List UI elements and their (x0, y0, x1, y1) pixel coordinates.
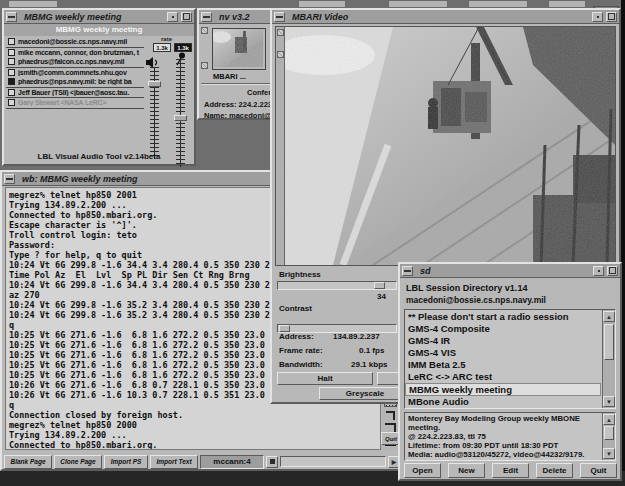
scroll-down-handle[interactable] (201, 62, 208, 69)
description-scrollbar[interactable]: ▲ ▼ (602, 413, 615, 460)
window-menu-button[interactable] (4, 174, 15, 184)
background-window-edge (8, 0, 58, 8)
vat-window: MBMG weekly meeting MBMG weekly meeting … (2, 8, 196, 166)
session-item[interactable]: IMM Beta 2.5 (405, 359, 601, 371)
window-menu-button[interactable] (402, 266, 413, 276)
brightness-slider-thumb[interactable] (374, 282, 385, 289)
mic-gain-slider-thumb[interactable] (174, 115, 187, 121)
brightness-slider[interactable] (277, 281, 397, 290)
participant-checkbox[interactable] (8, 38, 15, 45)
participant-row[interactable]: mike mccann, connor, don brutzman, t (6, 48, 144, 58)
blank-page-button[interactable]: Blank Page (4, 455, 52, 469)
video-thumbnail[interactable] (212, 28, 266, 70)
terminal-line: Connected to hp850.mbari.org. (9, 440, 380, 450)
contrast-slider-thumb[interactable] (279, 325, 290, 332)
participant-row[interactable]: phaedrus@nps.navy.mil: be right ba (6, 77, 144, 88)
scroll-up-handle[interactable] (201, 27, 208, 34)
scrollbar-thumb[interactable] (604, 426, 614, 440)
participant-row[interactable]: phaedrus@falcon.cc.nps.navy.mil (6, 57, 144, 68)
scroll-up-icon[interactable]: ▲ (603, 311, 615, 322)
edit-button[interactable]: Edit (492, 463, 529, 478)
session-item[interactable]: MBMG weekly meeting (405, 383, 601, 396)
iconify-button[interactable] (593, 266, 604, 276)
address-label: Address: (204, 100, 237, 109)
vat-titlebar[interactable]: MBMG weekly meeting (4, 10, 194, 24)
halt-aux-button[interactable] (377, 372, 399, 385)
window-menu-button[interactable] (6, 12, 17, 22)
description-line: @ 224.2.223.83, ttl 75 (408, 432, 602, 441)
wb-horizontal-scrollbar[interactable] (280, 456, 386, 467)
video-frame[interactable] (275, 26, 616, 266)
participant-row[interactable]: Jeff Bauer (TSII) <jbauer@aosc.tau. (6, 88, 144, 99)
session-directory-window: sd LBL Session Directory v1.14 macedoni@… (398, 262, 622, 481)
participant-row[interactable]: jsmith@comm.commnets.nhu.gov (6, 68, 144, 78)
video-panner-strip[interactable] (276, 27, 285, 265)
open-button[interactable]: Open (404, 463, 441, 478)
participant-checkbox[interactable] (8, 89, 15, 96)
rate-label: rate (161, 36, 172, 42)
session-description: Monterey Bay Modeling Group weekly MBONE… (408, 414, 602, 459)
sd-quit-button[interactable]: Quit (580, 463, 617, 478)
participant-checkbox[interactable] (8, 99, 15, 106)
session-item[interactable]: ** Please don't start a radio session (405, 311, 601, 323)
video-titlebar[interactable]: MBARI Video (272, 10, 619, 24)
participant-checkbox[interactable] (8, 69, 15, 76)
receive-rate-value: 1.3k (153, 43, 171, 52)
participant-checkbox[interactable] (8, 78, 15, 85)
sd-titlebar[interactable]: sd (400, 264, 620, 278)
participant-checkbox[interactable] (8, 58, 15, 65)
scroll-down-icon[interactable]: ▼ (603, 396, 615, 407)
background-window-edge (298, 0, 346, 8)
scrollbar-thumb[interactable] (604, 324, 614, 360)
stream-address-label: Address: (279, 332, 314, 341)
import-text-button[interactable]: Import Text (150, 455, 198, 469)
volume-slider[interactable] (150, 67, 159, 159)
framerate-value: 0.1 fps (359, 346, 384, 355)
framerate-label: Frame rate: (279, 346, 323, 355)
wb-button-bar: Blank Page Clone Page Import PS Import T… (4, 453, 400, 470)
mic-gain-slider[interactable] (176, 59, 185, 167)
import-ps-button[interactable]: Import PS (104, 455, 148, 469)
participant-row[interactable]: macedoni@bossie.cs.nps.navy.mil (6, 37, 144, 48)
sd-app-title: LBL Session Directory v1.14 (406, 283, 527, 293)
session-item[interactable]: LeRC <-> ARC test (405, 371, 601, 383)
sd-user-address: macedoni@bossie.cs.nps.navy.mil (406, 295, 546, 305)
iconify-button[interactable] (592, 12, 603, 22)
terminal-line: Trying 134.89.2.200 ... (9, 430, 380, 440)
maximize-button[interactable] (607, 266, 618, 276)
background-window-edge (468, 0, 528, 8)
delete-button[interactable]: Delete (536, 463, 573, 478)
session-item[interactable]: MBone Audio (405, 396, 601, 408)
iconify-button[interactable] (167, 12, 178, 22)
background-window-edge (548, 0, 586, 8)
participant-checkbox[interactable] (8, 49, 15, 56)
maximize-button[interactable] (181, 12, 192, 22)
session-list-scrollbar[interactable]: ▲ ▼ (602, 310, 615, 408)
clone-page-button[interactable]: Clone Page (54, 455, 102, 469)
new-button[interactable]: New (448, 463, 485, 478)
terminal-line: megrez% telnet hp850 2000 (9, 420, 380, 430)
participant-name: Jeff Bauer (TSII) <jbauer@aosc.tau. (18, 89, 144, 96)
halt-button[interactable]: Halt (277, 372, 373, 385)
session-item[interactable]: GMS-4 IR (405, 335, 601, 347)
sd-button-row: Open New Edit Delete Quit (404, 463, 618, 478)
brightness-label: Brightness (279, 270, 321, 279)
session-description-box: Monterey Bay Modeling Group weekly MBONE… (404, 412, 616, 461)
scroll-down-icon[interactable]: ▼ (603, 448, 615, 459)
scroll-up-icon[interactable]: ▲ (603, 414, 615, 425)
session-item[interactable]: GMS-4 VIS (405, 347, 601, 359)
description-line: Media: audio@53120/45272, video@44232/91… (408, 450, 602, 459)
description-line: meeting. (408, 423, 602, 432)
brightness-value: 34 (377, 292, 386, 301)
session-list: ** Please don't start a radio sessionGMS… (405, 311, 601, 408)
participant-row[interactable]: Gary Stewart <NASA LeRC> (6, 98, 144, 109)
volume-slider-thumb[interactable] (148, 81, 161, 87)
line-tool-icon[interactable] (386, 411, 395, 420)
page-selector[interactable]: mccann:4 (200, 455, 264, 469)
window-menu-button[interactable] (274, 12, 285, 22)
sd-window-title: sd (416, 266, 590, 276)
window-menu-button[interactable] (201, 12, 212, 22)
maximize-button[interactable] (606, 12, 617, 22)
page-dropdown-icon[interactable] (266, 456, 278, 468)
session-item[interactable]: GMS-4 Composite (405, 323, 601, 335)
